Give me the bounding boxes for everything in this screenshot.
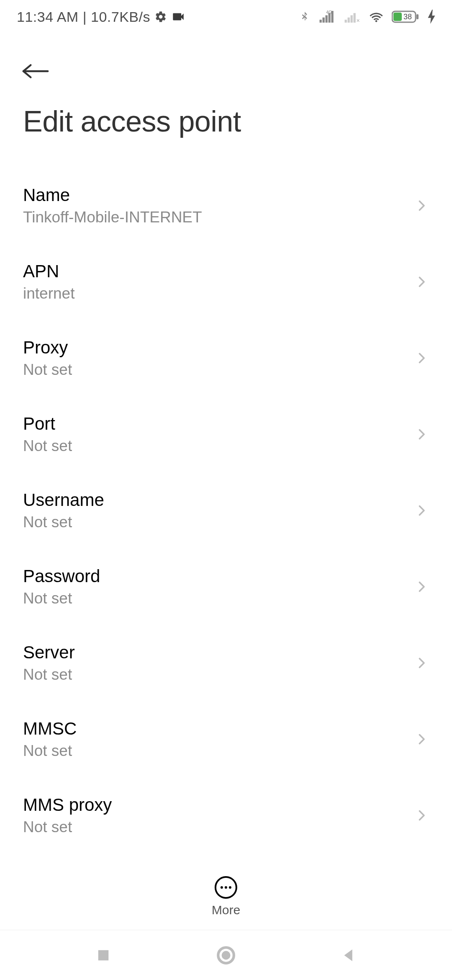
- wifi-icon: [368, 9, 384, 25]
- svg-point-18: [222, 951, 231, 959]
- video-icon: [171, 10, 185, 24]
- more-label: More: [212, 903, 240, 917]
- svg-rect-14: [393, 13, 402, 21]
- status-netspeed: 10.7KB/s: [91, 9, 150, 25]
- setting-row-mmsc[interactable]: MMSC Not set: [23, 701, 429, 777]
- setting-row-username[interactable]: Username Not set: [23, 472, 429, 549]
- chevron-right-icon: [414, 351, 429, 366]
- chevron-right-icon: [414, 427, 429, 442]
- back-arrow-icon: [21, 61, 50, 82]
- header: Edit access point: [0, 34, 452, 138]
- svg-text:×: ×: [357, 17, 360, 24]
- setting-label: MMS proxy: [23, 795, 112, 815]
- setting-row-proxy[interactable]: Proxy Not set: [23, 320, 429, 396]
- more-button[interactable]: More: [212, 876, 240, 917]
- chevron-right-icon: [414, 579, 429, 594]
- circle-icon: [216, 945, 236, 966]
- setting-row-server[interactable]: Server Not set: [23, 625, 429, 701]
- setting-row-mmsproxy[interactable]: MMS proxy Not set: [23, 777, 429, 854]
- setting-value: Not set: [23, 818, 112, 836]
- chevron-right-icon: [414, 198, 429, 213]
- battery-percent-text: 38: [403, 13, 412, 21]
- status-bar: 11:34 AM | 10.7KB/s 4G ×: [0, 0, 452, 34]
- setting-value: Not set: [23, 437, 72, 455]
- chevron-right-icon: [414, 732, 429, 747]
- status-time: 11:34 AM: [17, 9, 79, 25]
- setting-label: Name: [23, 185, 202, 205]
- svg-rect-9: [351, 15, 353, 23]
- setting-label: Password: [23, 566, 100, 586]
- svg-rect-13: [416, 14, 419, 19]
- setting-label: Port: [23, 414, 72, 434]
- svg-rect-16: [98, 950, 108, 960]
- back-button[interactable]: [19, 54, 52, 88]
- setting-value: Not set: [23, 742, 77, 760]
- more-icon: [215, 876, 237, 899]
- svg-rect-7: [345, 20, 347, 23]
- svg-rect-8: [348, 18, 350, 23]
- svg-rect-10: [354, 13, 356, 23]
- square-icon: [95, 946, 112, 964]
- setting-label: MMSC: [23, 719, 77, 739]
- setting-row-password[interactable]: Password Not set: [23, 549, 429, 625]
- status-sep: |: [83, 9, 87, 25]
- battery-icon: 38: [392, 10, 420, 24]
- setting-label: Username: [23, 490, 104, 510]
- chevron-right-icon: [414, 503, 429, 518]
- settings-list: Name Tinkoff-Mobile-INTERNET APN interne…: [0, 138, 452, 854]
- svg-rect-2: [320, 20, 322, 23]
- status-right: 4G × 38: [299, 9, 435, 25]
- setting-row-port[interactable]: Port Not set: [23, 396, 429, 472]
- navigation-bar: [0, 930, 452, 980]
- chevron-right-icon: [414, 274, 429, 289]
- nav-home-button[interactable]: [213, 943, 239, 968]
- page-title: Edit access point: [23, 105, 429, 138]
- setting-row-apn[interactable]: APN internet: [23, 244, 429, 320]
- chevron-right-icon: [414, 655, 429, 671]
- setting-value: Not set: [23, 666, 75, 683]
- nav-recent-button[interactable]: [91, 943, 116, 968]
- setting-label: APN: [23, 261, 74, 281]
- setting-value: Not set: [23, 590, 100, 607]
- setting-label: Proxy: [23, 338, 72, 358]
- status-left: 11:34 AM | 10.7KB/s: [17, 9, 185, 25]
- bluetooth-icon: [299, 9, 311, 24]
- nav-back-button[interactable]: [336, 943, 361, 968]
- svg-rect-5: [329, 13, 331, 23]
- setting-value: internet: [23, 285, 74, 302]
- svg-rect-6: [331, 11, 334, 23]
- setting-value: Not set: [23, 361, 72, 379]
- triangle-back-icon: [340, 946, 357, 964]
- charging-icon: [428, 10, 435, 24]
- gear-icon: [154, 10, 167, 23]
- signal-nosim-icon: ×: [343, 9, 361, 24]
- setting-row-name[interactable]: Name Tinkoff-Mobile-INTERNET: [23, 168, 429, 244]
- signal-4g-icon: 4G: [318, 9, 336, 24]
- setting-value: Tinkoff-Mobile-INTERNET: [23, 209, 202, 226]
- setting-value: Not set: [23, 513, 104, 531]
- svg-rect-4: [326, 15, 328, 23]
- svg-rect-3: [323, 18, 325, 23]
- chevron-right-icon: [414, 808, 429, 823]
- setting-label: Server: [23, 642, 75, 663]
